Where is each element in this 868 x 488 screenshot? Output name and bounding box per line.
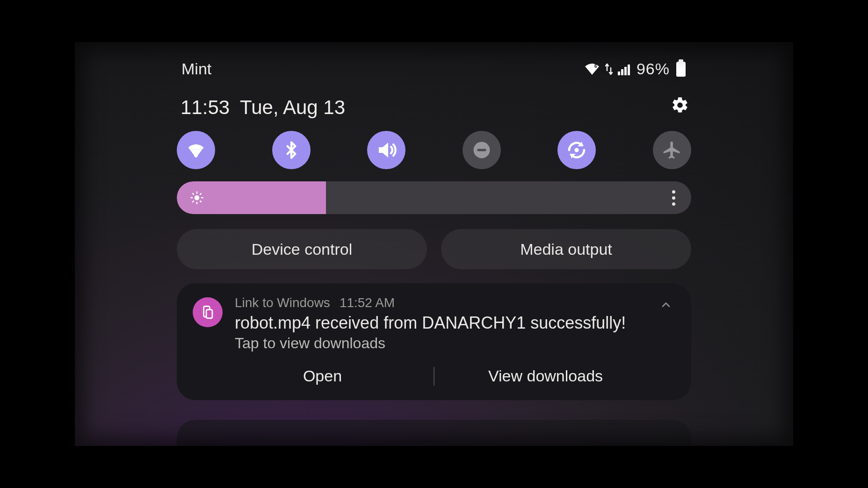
settings-button[interactable] (670, 97, 690, 118)
date-row: 11:53 Tue, Aug 13 (75, 96, 793, 119)
toggle-auto-rotate[interactable] (557, 131, 596, 169)
notification-timestamp: 11:52 AM (340, 295, 395, 310)
toggle-sound[interactable] (367, 131, 405, 169)
svg-rect-1 (618, 72, 620, 75)
svg-point-9 (195, 195, 200, 201)
notification-action-view-downloads-label: View downloads (488, 367, 603, 385)
quick-toggles (177, 131, 691, 169)
notification-subtitle: Tap to view downloads (235, 335, 644, 352)
svg-text:6: 6 (594, 64, 597, 69)
notification-title: robot.mp4 received from DANARCHY1 succes… (235, 313, 644, 333)
svg-line-17 (200, 194, 201, 194)
toggle-airplane[interactable] (653, 131, 691, 169)
notification-action-open[interactable]: Open (211, 363, 434, 389)
carrier-label: Mint (181, 60, 211, 78)
wifi-status-icon: 6 (584, 63, 600, 75)
chevron-up-icon (659, 305, 673, 313)
battery-icon (676, 62, 686, 77)
clock-date[interactable]: Tue, Aug 13 (240, 96, 345, 119)
dnd-icon (472, 140, 492, 160)
brightness-more-button[interactable] (667, 181, 680, 214)
rotate-icon (565, 139, 588, 161)
svg-rect-7 (477, 149, 486, 151)
bluetooth-icon (282, 139, 301, 161)
gear-icon (671, 96, 689, 119)
svg-point-8 (575, 148, 579, 152)
svg-point-5 (194, 154, 198, 158)
status-bar: Mint 6 96% (75, 60, 793, 78)
svg-rect-3 (624, 67, 627, 75)
data-arrows-icon (605, 63, 613, 75)
svg-rect-4 (628, 65, 630, 75)
airplane-icon (662, 140, 682, 160)
media-output-button[interactable]: Media output (441, 229, 691, 269)
svg-rect-19 (206, 309, 212, 318)
svg-rect-2 (621, 69, 623, 75)
brightness-slider[interactable] (177, 181, 691, 214)
notification-action-view-downloads[interactable]: View downloads (434, 363, 657, 389)
notification-app-icon (193, 297, 223, 327)
collapse-notification-button[interactable] (657, 295, 675, 316)
toggle-bluetooth[interactable] (272, 131, 311, 169)
media-output-label: Media output (520, 240, 612, 258)
notification-app-name: Link to Windows (235, 295, 330, 310)
battery-percent: 96% (637, 60, 670, 78)
speaker-icon (375, 139, 398, 161)
device-control-label: Device control (252, 240, 352, 258)
clock-time[interactable]: 11:53 (181, 96, 230, 119)
notification-card[interactable]: Link to Windows 11:52 AM robot.mp4 recei… (177, 283, 691, 400)
toggle-wifi[interactable] (177, 131, 215, 169)
svg-line-16 (193, 201, 194, 202)
brightness-icon (190, 191, 204, 205)
svg-line-15 (200, 201, 201, 202)
device-control-button[interactable]: Device control (177, 229, 427, 269)
status-icons: 6 96% (584, 60, 686, 78)
notification-action-open-label: Open (303, 367, 342, 385)
next-notification-hint (177, 420, 691, 446)
wifi-icon (186, 140, 206, 160)
toggle-dnd[interactable] (463, 131, 501, 169)
cellular-signal-icon (618, 63, 632, 75)
svg-line-14 (193, 194, 194, 194)
